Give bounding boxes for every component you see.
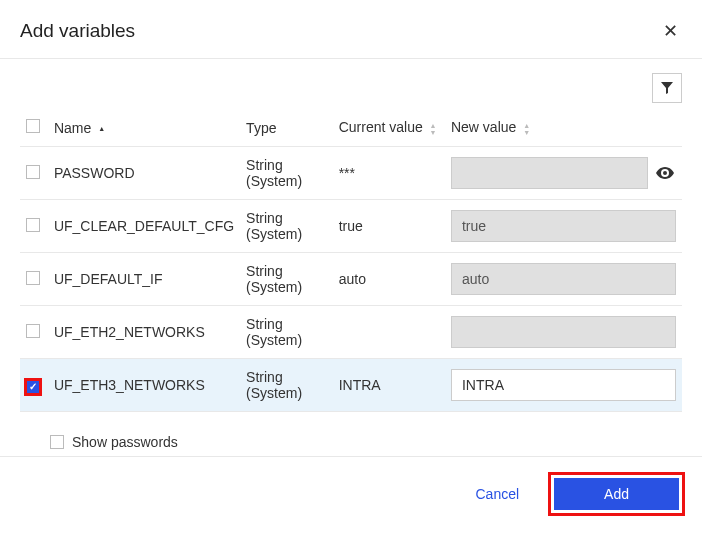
row-checkbox[interactable] (26, 218, 40, 232)
row-type: String (System) (240, 253, 333, 306)
row-current-value: *** (333, 147, 445, 200)
close-button[interactable]: ✕ (659, 18, 682, 44)
dialog-title: Add variables (20, 20, 135, 42)
newval-input[interactable] (451, 210, 676, 242)
add-button[interactable]: Add (554, 478, 679, 510)
row-newval-cell (445, 147, 682, 200)
show-passwords-option[interactable]: Show passwords (20, 412, 682, 456)
select-all-checkbox[interactable] (26, 119, 40, 133)
row-checkbox-cell (20, 306, 48, 359)
row-checkbox[interactable] (26, 380, 40, 394)
sort-icon: ▲▼ (430, 122, 437, 136)
show-passwords-label: Show passwords (72, 434, 178, 450)
newval-input[interactable] (451, 369, 676, 401)
row-name: UF_CLEAR_DEFAULT_CFG (48, 200, 240, 253)
header-current[interactable]: Current value ▲▼ (333, 111, 445, 147)
table-body: PASSWORDString (System)***UF_CLEAR_DEFAU… (20, 147, 682, 412)
row-checkbox-cell (20, 200, 48, 253)
filter-button[interactable] (652, 73, 682, 103)
header-name-label: Name (54, 120, 91, 136)
dialog-body: Name ▲ Type Current value ▲▼ New value ▲… (0, 59, 702, 456)
row-newval-cell (445, 200, 682, 253)
header-current-label: Current value (339, 119, 423, 135)
row-checkbox[interactable] (26, 271, 40, 285)
filter-row (20, 73, 682, 103)
variables-table: Name ▲ Type Current value ▲▼ New value ▲… (20, 111, 682, 412)
show-passwords-checkbox[interactable] (50, 435, 64, 449)
newval-input[interactable] (451, 263, 676, 295)
header-name[interactable]: Name ▲ (48, 111, 240, 147)
row-checkbox-cell (20, 147, 48, 200)
table-row[interactable]: PASSWORDString (System)*** (20, 147, 682, 200)
row-type: String (System) (240, 147, 333, 200)
table-header: Name ▲ Type Current value ▲▼ New value ▲… (20, 111, 682, 147)
row-current-value: INTRA (333, 359, 445, 412)
newval-input[interactable] (451, 316, 676, 348)
header-newval[interactable]: New value ▲▼ (445, 111, 682, 147)
table-row[interactable]: UF_ETH2_NETWORKSString (System) (20, 306, 682, 359)
header-newval-label: New value (451, 119, 516, 135)
eye-icon (656, 167, 674, 179)
table-row[interactable]: UF_CLEAR_DEFAULT_CFGString (System)true (20, 200, 682, 253)
header-type: Type (240, 111, 333, 147)
cancel-button[interactable]: Cancel (467, 480, 527, 508)
close-icon: ✕ (663, 21, 678, 41)
row-name: PASSWORD (48, 147, 240, 200)
sort-icon: ▲ (98, 125, 105, 132)
row-checkbox[interactable] (26, 324, 40, 338)
sort-icon: ▲▼ (523, 122, 530, 136)
reveal-password-button[interactable] (654, 165, 676, 181)
dialog-footer: Cancel Add (0, 456, 702, 533)
newval-input[interactable] (451, 157, 648, 189)
row-newval-cell (445, 253, 682, 306)
row-current-value (333, 306, 445, 359)
row-type: String (System) (240, 200, 333, 253)
table-row[interactable]: UF_ETH3_NETWORKSString (System)INTRA (20, 359, 682, 412)
header-checkbox-cell (20, 111, 48, 147)
row-checkbox-cell (20, 359, 48, 412)
row-current-value: auto (333, 253, 445, 306)
row-newval-cell (445, 306, 682, 359)
row-checkbox-cell (20, 253, 48, 306)
add-button-highlight: Add (551, 475, 682, 513)
row-current-value: true (333, 200, 445, 253)
row-type: String (System) (240, 306, 333, 359)
row-name: UF_ETH3_NETWORKS (48, 359, 240, 412)
row-newval-cell (445, 359, 682, 412)
table-row[interactable]: UF_DEFAULT_IFString (System)auto (20, 253, 682, 306)
header-type-label: Type (246, 120, 276, 136)
add-variables-dialog: Add variables ✕ Name ▲ (0, 0, 702, 533)
row-type: String (System) (240, 359, 333, 412)
dialog-header: Add variables ✕ (0, 0, 702, 59)
row-name: UF_ETH2_NETWORKS (48, 306, 240, 359)
filter-icon (661, 82, 673, 94)
row-checkbox[interactable] (26, 165, 40, 179)
row-name: UF_DEFAULT_IF (48, 253, 240, 306)
